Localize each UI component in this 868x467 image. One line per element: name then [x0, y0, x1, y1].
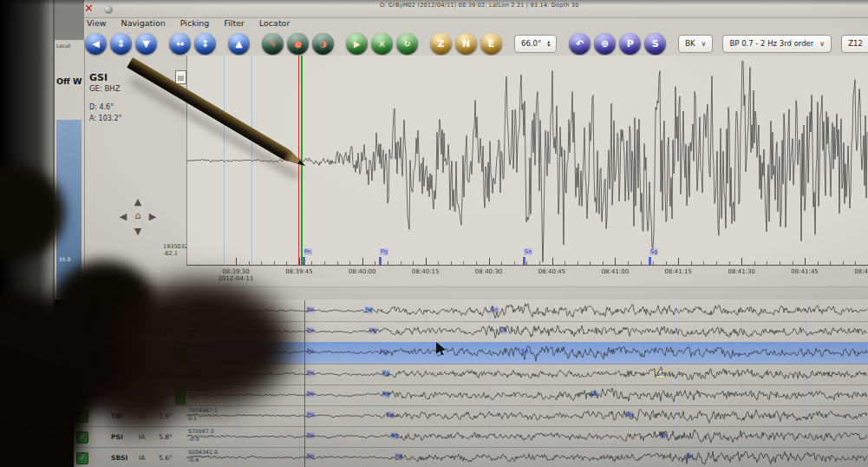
background-window-label: Off W — [56, 76, 82, 86]
axis-minor-tick — [590, 261, 591, 265]
row-station: PSI — [111, 433, 123, 441]
filter-dropdown-value: BP 0.7 - 2 Hz 3rd order — [729, 39, 813, 48]
trace-canvas[interactable] — [186, 364, 868, 385]
axis-tick-label: 08:41:15 — [665, 268, 692, 275]
trace-canvas[interactable] — [186, 385, 868, 405]
toolbar: ◀⇕▼↔↕▲✎●◑▶×↻ZNE66.0°▴▾↶⊕PSBK∨BP 0.7 - 2 … — [85, 30, 866, 56]
axis-minor-tick — [349, 261, 350, 265]
toolbar-group: ↔↕ — [169, 33, 216, 55]
stretch-amplitude-button[interactable]: ↕ — [194, 33, 216, 55]
axis-minor-tick — [375, 261, 375, 265]
trace-canvas[interactable] — [186, 426, 868, 447]
axis-minor-tick — [438, 261, 439, 265]
filter-dropdown[interactable]: BP 0.7 - 2 Hz 3rd order∨ — [722, 35, 832, 53]
station-channel: GE: BHZ — [89, 84, 121, 93]
trace-canvas[interactable] — [186, 300, 868, 321]
trace-canvas[interactable] — [186, 405, 868, 426]
axis-minor-tick — [286, 261, 287, 265]
axis-minor-tick — [401, 261, 401, 265]
axis-tick — [426, 258, 427, 265]
pan-right-arrow-button[interactable]: ▶ — [146, 209, 160, 223]
toggle-pick-button[interactable]: ◑ — [312, 33, 334, 55]
axis-tick-label: 08:40:45 — [538, 268, 565, 275]
row-distance: 5.8° — [159, 433, 173, 441]
axis-tick — [615, 258, 616, 265]
component-dropdown-value: Z12 — [848, 39, 863, 48]
phase-label-sg[interactable]: Sg — [649, 248, 658, 255]
phase-label-pg[interactable]: Pg — [380, 248, 388, 255]
axis-minor-tick — [793, 261, 793, 265]
locate-globe-button[interactable]: ⊕ — [594, 33, 616, 55]
blurred-finger-tip — [95, 369, 178, 431]
axis-minor-tick — [274, 261, 275, 265]
axis-minor-tick — [666, 261, 667, 265]
axis-minor-tick — [855, 261, 856, 265]
phase-label-pn[interactable]: Pn — [303, 248, 312, 255]
axis-minor-tick — [716, 261, 717, 265]
pick-phase-button[interactable]: ✎ — [262, 33, 284, 55]
station-azimuth: A: 103.2° — [89, 115, 121, 122]
network-dropdown[interactable]: BK∨ — [678, 35, 713, 53]
axis-minor-tick — [451, 261, 452, 265]
background-window-title: Locat — [56, 43, 70, 49]
clear-button[interactable]: × — [371, 33, 393, 55]
pan-left-button[interactable]: ◀ — [85, 33, 107, 55]
zoom-vertical-button[interactable]: ⇕ — [110, 33, 132, 55]
chevron-down-icon: ∨ — [819, 40, 825, 48]
zoom-reset-button[interactable]: ▲ — [228, 33, 250, 55]
axis-minor-tick — [703, 261, 704, 265]
stretch-time-button[interactable]: ↔ — [169, 33, 191, 55]
axis-minor-tick — [249, 261, 250, 265]
axis-minor-tick — [388, 261, 388, 265]
phase-label-sn[interactable]: Sn — [524, 248, 532, 255]
station-distance: D: 4.6° — [89, 103, 114, 111]
spinner-arrows-icon[interactable]: ▴▾ — [547, 40, 550, 48]
axis-minor-tick — [578, 261, 578, 265]
rotation-spinner[interactable]: 66.0°▴▾ — [514, 35, 557, 53]
axis-minor-tick — [818, 261, 819, 265]
phase-s-button[interactable]: S — [644, 33, 666, 55]
axis-tick-label: 08:41:45 — [791, 268, 818, 275]
phase-p-button[interactable]: P — [619, 33, 641, 55]
component-e-button[interactable]: E — [480, 33, 502, 55]
main-trace-canvas[interactable] — [186, 61, 868, 262]
collapse-panel-button[interactable]: ▤ — [175, 70, 186, 84]
axis-minor-tick — [767, 261, 767, 265]
axis-minor-tick — [729, 261, 730, 265]
undo-button[interactable]: ↶ — [569, 33, 591, 55]
photo-of-seismology-app: ✕ O: GrByM02 (2012/04/11) 08:39:02; LatL… — [0, 0, 868, 467]
axis-tick — [362, 258, 363, 265]
menu-view[interactable]: View — [87, 18, 107, 28]
pan-up-arrow-button[interactable]: ▲ — [131, 194, 145, 208]
trace-canvas[interactable] — [186, 447, 868, 467]
component-n-button[interactable]: N — [455, 33, 477, 55]
menu-locator[interactable]: Locator — [259, 18, 290, 28]
axis-minor-tick — [413, 261, 414, 265]
axis-minor-tick — [830, 261, 831, 265]
pan-left-arrow-button[interactable]: ◀ — [116, 209, 130, 223]
axis-tick — [236, 258, 237, 265]
axis-tick — [299, 258, 300, 265]
home-button[interactable]: ⌂ — [131, 208, 145, 222]
axis-tick — [552, 258, 553, 265]
refresh-button[interactable]: ↻ — [396, 33, 418, 55]
pan-down-arrow-button[interactable]: ▼ — [131, 224, 145, 238]
axis-minor-tick — [324, 261, 325, 265]
pan-down-button[interactable]: ▼ — [135, 33, 157, 55]
component-z-button[interactable]: Z — [430, 33, 452, 55]
component-dropdown[interactable]: Z12∨ — [841, 35, 868, 53]
axis-minor-tick — [754, 261, 755, 265]
toolbar-group: ◀⇕▼ — [85, 33, 157, 55]
row-distance: 5.6° — [159, 454, 173, 462]
menu-navigation[interactable]: Navigation — [121, 18, 166, 28]
axis-tick — [805, 258, 806, 265]
axis-minor-tick — [514, 261, 515, 265]
apply-button[interactable]: ▶ — [346, 33, 368, 55]
menu-filter[interactable]: Filter — [224, 18, 245, 28]
axis-tick-label: 08:41:30 — [728, 268, 754, 275]
close-icon[interactable]: ✕ — [84, 2, 94, 15]
axis-minor-tick — [641, 261, 642, 265]
remove-pick-button[interactable]: ● — [287, 33, 309, 55]
menu-picking[interactable]: Picking — [180, 18, 210, 28]
axis-minor-tick — [843, 261, 844, 265]
